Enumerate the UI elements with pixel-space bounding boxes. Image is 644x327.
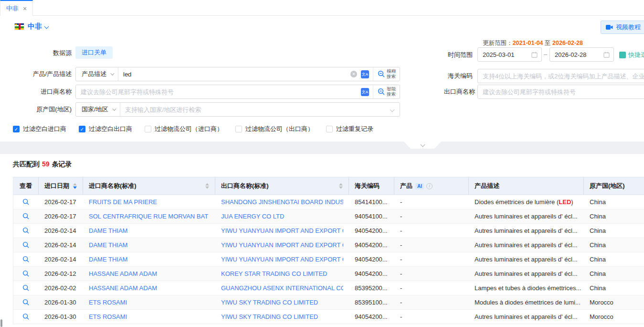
origin-cell: China <box>584 224 644 238</box>
tab-close-icon[interactable]: × <box>23 5 27 12</box>
exporter-link[interactable]: YIWU YUANYUAN IMPORT AND EXPORT C... <box>221 241 343 249</box>
video-camera-icon <box>606 24 613 30</box>
col-header-import-date[interactable]: 进口日期 <box>39 177 83 195</box>
info-icon[interactable]: i <box>426 183 433 189</box>
import-date-cell: 2026-02-17 <box>39 195 83 209</box>
col-header-origin: 原产国(地区) <box>584 177 644 195</box>
import-date-cell: 2026-01-30 <box>39 295 83 309</box>
origin-country-input[interactable] <box>120 103 389 116</box>
importer-link[interactable]: ETS ROSAMI <box>89 299 127 306</box>
datasource-import-declaration-button[interactable]: 进口关单 <box>75 46 113 59</box>
sort-icons[interactable] <box>205 183 209 189</box>
col-header-exporter[interactable]: 出口商名称(标准) <box>215 177 349 195</box>
country-selector[interactable]: 中非 <box>28 22 42 31</box>
clear-input-icon[interactable]: ✕ <box>350 71 357 77</box>
checkbox-checked-icon[interactable]: ✓ <box>13 126 20 132</box>
quick-select-link[interactable]: 快捷选 <box>619 51 644 59</box>
filter-checkbox-1[interactable]: ✓过滤空白出口商 <box>79 125 132 133</box>
filter-checkbox-3[interactable]: 过滤物流公司（出口商） <box>235 125 314 133</box>
checkbox-label: 过滤空白出口商 <box>89 125 132 133</box>
exporter-link[interactable]: YIWU YUANYUAN IMPORT AND EXPORT C... <box>221 227 343 234</box>
col-header-importer[interactable]: 进口商名称(标准) <box>83 177 215 195</box>
checkbox-label: 过滤物流公司（进口商） <box>155 125 223 133</box>
importer-link[interactable]: DAME THIAM <box>89 227 127 234</box>
origin-type-value: 国家/地区 <box>82 105 108 114</box>
import-date-cell: 2026-02-14 <box>39 238 83 252</box>
hs-code-cell: 85414100... <box>349 195 394 209</box>
exporter-link[interactable]: YIWU YUANYUAN IMPORT AND EXPORT C... <box>221 256 343 263</box>
origin-type-select[interactable]: 国家/地区 <box>76 103 120 116</box>
filter-checkbox-4[interactable]: 过滤重复记录 <box>326 125 373 133</box>
tab-central-africa[interactable]: 中非 × <box>0 0 33 16</box>
filter-checkbox-2[interactable]: 过滤物流公司（进口商） <box>145 125 223 133</box>
description-cell: Modules à diodes émettrices de lumi... <box>469 295 584 309</box>
checkbox-unchecked-icon[interactable] <box>145 126 151 132</box>
view-detail-icon[interactable] <box>21 226 32 236</box>
view-detail-icon[interactable] <box>21 211 32 222</box>
exporter-link[interactable]: SHANDONG JINSHENGTAI BOARD INDUST... <box>221 198 343 206</box>
view-detail-icon[interactable] <box>21 283 32 294</box>
hs-code-input[interactable] <box>477 69 644 83</box>
update-range-from: 2021-01-04 <box>513 40 543 46</box>
exporter-link[interactable]: GUANGZHOU ASENX INTERNATIONAL CO ... <box>221 284 343 292</box>
sort-icons[interactable] <box>73 183 77 189</box>
import-date-cell: 2026-02-02 <box>39 281 83 295</box>
exporter-label: 出口商名称 <box>444 87 473 96</box>
exporter-name-input[interactable] <box>477 85 644 99</box>
importer-link[interactable]: DAME THIAM <box>89 256 127 263</box>
end-date-field[interactable] <box>555 51 603 58</box>
start-date-input[interactable] <box>477 47 542 62</box>
importer-link[interactable]: HASSANE ADAM ADAM <box>89 270 157 277</box>
importer-label: 进口商名称 <box>14 87 72 96</box>
checkbox-unchecked-icon[interactable] <box>326 126 333 132</box>
chevron-down-icon[interactable] <box>44 24 49 29</box>
filter-checkbox-0[interactable]: ✓过滤空白进口商 <box>13 125 66 133</box>
view-detail-icon[interactable] <box>21 240 32 251</box>
importer-link[interactable]: SOL CENTRAFRIQUE RUE MORVAN BAT OF... <box>89 213 210 220</box>
checkbox-checked-icon[interactable]: ✓ <box>79 126 85 132</box>
start-date-field[interactable] <box>483 51 531 58</box>
datasource-label: 数据源 <box>14 49 72 57</box>
count-suffix: 条记录 <box>52 160 72 168</box>
product-search-input[interactable] <box>118 67 350 81</box>
chevron-down-icon[interactable] <box>390 107 395 112</box>
smart-search-button[interactable]: 智能搜索 <box>373 85 400 98</box>
translate-icon[interactable]: 文A <box>361 70 369 78</box>
panel-gap <box>0 142 644 154</box>
exporter-link[interactable]: YIWU SKY TRADING CO LIMITED <box>221 313 318 320</box>
translate-icon[interactable]: 文A <box>361 88 369 96</box>
table-row: 2026-01-30 ETS ROSAMI YIWU SKY TRADING C… <box>13 310 644 324</box>
collapse-panel-handle[interactable] <box>404 142 441 149</box>
results-panel: 共匹配到59条记录 查看 进口日期 进口商名称(标准) 出口商名称(标准) <box>0 154 644 327</box>
exporter-link[interactable]: KOREY STAR TRADING CO LIMITED <box>221 270 327 277</box>
exporter-link[interactable]: YIWU SKY TRADING CO LIMITED <box>221 299 318 306</box>
product-type-select[interactable]: 产品描述 <box>76 67 118 81</box>
update-range-to: 2026-02-28 <box>552 40 583 46</box>
count-prefix: 共匹配到 <box>13 160 40 168</box>
fuzzy-search-label-2: 搜索 <box>387 74 396 79</box>
table-row: 2026-02-17 SOL CENTRAFRIQUE RUE MORVAN B… <box>13 209 644 224</box>
exporter-link[interactable]: JUA ENERGY CO LTD <box>221 213 284 220</box>
checkbox-unchecked-icon[interactable] <box>235 126 242 132</box>
description-cell: Autres luminaires et appareils d' écl... <box>469 252 584 266</box>
sort-icons[interactable] <box>339 183 343 189</box>
view-detail-icon[interactable] <box>21 297 32 308</box>
view-detail-icon[interactable] <box>21 197 32 207</box>
importer-link[interactable]: ETS ROSAMI <box>89 313 127 320</box>
view-detail-icon[interactable] <box>21 269 32 279</box>
quick-select-icon <box>619 52 626 58</box>
scrollbar-fragment[interactable] <box>0 319 2 327</box>
importer-link[interactable]: DAME THIAM <box>89 241 127 249</box>
view-detail-icon[interactable] <box>21 254 32 265</box>
table-row: 2026-02-14 DAME THIAM YIWU YUANYUAN IMPO… <box>13 252 644 267</box>
importer-name-input[interactable] <box>76 85 361 98</box>
importer-link[interactable]: FRUITS DE MA PRIERE <box>89 198 157 206</box>
hs-code-cell: 94054200... <box>349 252 394 266</box>
importer-link[interactable]: HASSANE ADAM ADAM <box>89 284 157 292</box>
hs-code-cell: 94054200... <box>349 267 394 281</box>
video-tutorial-button[interactable]: 视频教程 <box>601 21 644 34</box>
view-detail-icon[interactable] <box>21 312 32 322</box>
end-date-input[interactable] <box>549 47 614 62</box>
fuzzy-search-button[interactable]: 模糊搜索 <box>373 67 400 81</box>
import-date-cell: 2026-02-14 <box>39 224 83 238</box>
